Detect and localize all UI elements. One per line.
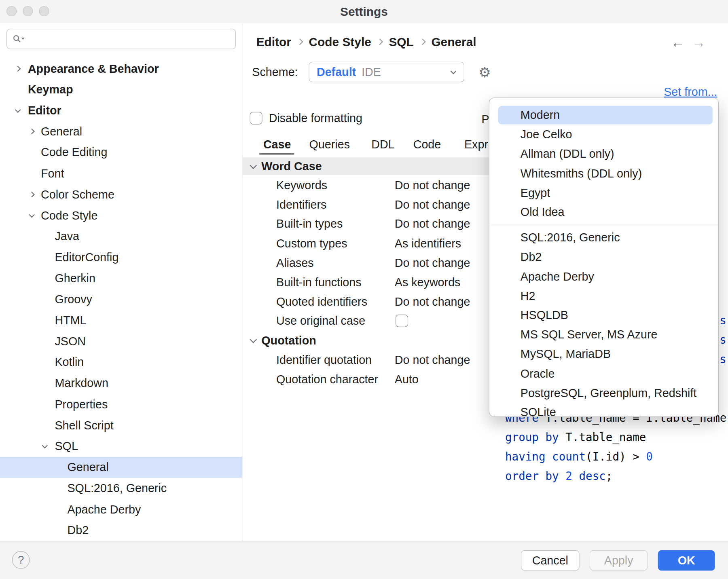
sidebar-item-label: Kotlin: [55, 355, 84, 369]
settings-window: Settings Appearance & BehaviorKeymapEdit…: [0, 0, 728, 579]
style-option-label: MS SQL Server, MS Azure: [521, 328, 658, 341]
sidebar-item-label: Code Style: [41, 209, 97, 222]
style-option-sqlite[interactable]: SQLite: [489, 403, 718, 417]
custom-types-select[interactable]: As identifiers: [395, 237, 461, 250]
sidebar-item-properties[interactable]: Properties: [0, 394, 242, 415]
style-option-hsqldb[interactable]: HSQLDB: [489, 306, 718, 325]
style-option-mysql-mariadb[interactable]: MySQL, MariaDB: [489, 344, 718, 364]
help-icon: ?: [18, 554, 24, 566]
sidebar-item-markdown[interactable]: Markdown: [0, 373, 242, 394]
sidebar-item-editor[interactable]: Editor: [0, 100, 242, 121]
style-option-label: Whitesmiths (DDL only): [521, 167, 642, 180]
search-input[interactable]: [28, 32, 230, 46]
chevron-right-icon[interactable]: [29, 129, 35, 135]
ok-button[interactable]: OK: [658, 550, 715, 571]
cancel-button[interactable]: Cancel: [521, 550, 580, 571]
chevron-down-icon[interactable]: [15, 107, 21, 113]
sidebar-item-html[interactable]: HTML: [0, 310, 242, 331]
sidebar-item-color-scheme[interactable]: Color Scheme: [0, 184, 242, 205]
style-option-apache-derby[interactable]: Apache Derby: [489, 267, 718, 286]
chevron-right-icon[interactable]: [15, 66, 21, 72]
style-option-modern[interactable]: Modern: [489, 106, 718, 125]
sidebar-item-keymap[interactable]: Keymap: [0, 79, 242, 100]
tab-case[interactable]: Case: [263, 134, 291, 155]
setting-row: IdentifiersDo not change: [242, 195, 505, 214]
breadcrumb-item-sql[interactable]: SQL: [389, 35, 413, 49]
forward-button[interactable]: →: [688, 32, 709, 53]
sidebar-item-font[interactable]: Font: [0, 163, 242, 184]
style-option-label: Oracle: [521, 367, 555, 380]
sidebar-item-general[interactable]: General: [0, 121, 242, 142]
scheme-actions-button[interactable]: ⚙: [474, 62, 495, 82]
tab-expr[interactable]: Expr: [464, 134, 488, 155]
quoted-identifiers-select[interactable]: Do not change: [395, 295, 470, 308]
keywords-select[interactable]: Do not change: [395, 178, 470, 192]
tab-ddl[interactable]: DDL: [371, 134, 394, 155]
sidebar-item-groovy[interactable]: Groovy: [0, 289, 242, 310]
sidebar-item-kotlin[interactable]: Kotlin: [0, 352, 242, 373]
identifiers-select[interactable]: Do not change: [395, 198, 470, 211]
style-option-label: SQL:2016, Generic: [521, 231, 620, 244]
style-option-oracle[interactable]: Oracle: [489, 364, 718, 383]
style-option-db2[interactable]: Db2: [489, 247, 718, 267]
sidebar-item-db2[interactable]: Db2: [0, 520, 242, 541]
chevron-right-icon[interactable]: [29, 192, 35, 198]
sidebar-item-appearance-behavior[interactable]: Appearance & Behavior: [0, 58, 242, 79]
scheme-label: Scheme:: [252, 62, 298, 82]
style-option-whitesmiths-ddl-only[interactable]: Whitesmiths (DDL only): [489, 164, 718, 183]
breadcrumb-item-editor[interactable]: Editor: [256, 35, 291, 49]
setting-row: Quotation characterAuto: [242, 370, 505, 389]
sidebar-item-json[interactable]: JSON: [0, 331, 242, 352]
chevron-down-icon[interactable]: [29, 212, 35, 218]
sidebar-item-general[interactable]: General: [0, 456, 242, 478]
sidebar-item-sql-2016-generic[interactable]: SQL:2016, Generic: [0, 478, 242, 499]
apply-button[interactable]: Apply: [590, 550, 648, 571]
built-in-functions-label: Built-in functions: [276, 275, 362, 289]
scheme-select[interactable]: Default IDE: [309, 62, 464, 82]
code-token: ;: [606, 470, 613, 483]
tab-code[interactable]: Code: [413, 134, 441, 155]
identifier-quotation-select[interactable]: Do not change: [395, 353, 470, 366]
style-option-old-idea[interactable]: Old Idea: [489, 203, 718, 222]
breadcrumb-item-code-style[interactable]: Code Style: [309, 35, 371, 49]
section-quotation[interactable]: Quotation: [242, 331, 505, 350]
sidebar-item-java[interactable]: Java: [0, 226, 242, 247]
section-word-case[interactable]: Word Case: [242, 157, 505, 175]
chevron-down-icon[interactable]: [42, 443, 48, 449]
sidebar-item-code-style[interactable]: Code Style: [0, 205, 242, 226]
sidebar-item-label: Java: [55, 230, 79, 243]
built-in-functions-select[interactable]: As keywords: [395, 275, 461, 289]
sidebar-item-code-editing[interactable]: Code Editing: [0, 142, 242, 163]
style-option-allman-ddl-only[interactable]: Allman (DDL only): [489, 144, 718, 164]
keywords-label: Keywords: [276, 178, 327, 192]
use-original-case-checkbox[interactable]: [396, 315, 408, 328]
code-style-tabs: CaseQueriesDDLCodeExpr: [242, 134, 505, 155]
back-button[interactable]: ←: [668, 32, 688, 53]
style-option-ms-sql-server-ms-azure[interactable]: MS SQL Server, MS Azure: [489, 325, 718, 344]
style-option-label: Joe Celko: [521, 128, 572, 141]
sidebar-item-gherkin[interactable]: Gherkin: [0, 268, 242, 289]
sidebar-item-editorconfig[interactable]: EditorConfig: [0, 247, 242, 268]
style-option-label: Allman (DDL only): [521, 147, 614, 161]
search-field[interactable]: [6, 29, 236, 49]
style-option-sql-2016-generic[interactable]: SQL:2016, Generic: [489, 228, 718, 247]
style-option-label: PostgreSQL, Greenplum, Redshift: [521, 386, 696, 399]
breadcrumb-item-general[interactable]: General: [431, 35, 476, 49]
help-button[interactable]: ?: [12, 551, 30, 569]
style-option-egypt[interactable]: Egypt: [489, 183, 718, 203]
sidebar-item-shell-script[interactable]: Shell Script: [0, 415, 242, 436]
sidebar-item-apache-derby[interactable]: Apache Derby: [0, 499, 242, 520]
tab-queries[interactable]: Queries: [309, 134, 350, 155]
style-option-joe-celko[interactable]: Joe Celko: [489, 125, 718, 144]
aliases-select[interactable]: Do not change: [395, 256, 470, 269]
built-in-types-select[interactable]: Do not change: [395, 217, 470, 230]
word-case-rows: KeywordsDo not changeIdentifiersDo not c…: [242, 175, 505, 331]
style-option-postgresql-greenplum-redshift[interactable]: PostgreSQL, Greenplum, Redshift: [489, 383, 718, 403]
breadcrumb-separator-icon: [377, 38, 383, 45]
disable-formatting-checkbox[interactable]: [250, 112, 262, 124]
style-option-h2[interactable]: H2: [489, 286, 718, 306]
sidebar-item-sql[interactable]: SQL: [0, 436, 242, 457]
sidebar-item-label: Shell Script: [55, 418, 113, 432]
style-option-label: Egypt: [521, 186, 550, 199]
quotation-character-select[interactable]: Auto: [395, 372, 419, 386]
